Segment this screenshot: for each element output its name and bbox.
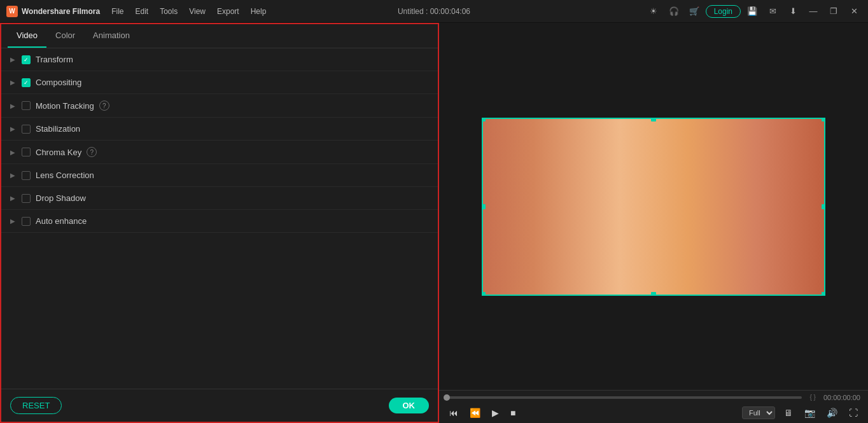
right-ctrl-icons: Full 1/2 1/4 🖥 📷 🔊 ⛶ xyxy=(742,405,860,420)
tab-video[interactable]: Video xyxy=(8,24,46,48)
label-chroma-key: Chroma Key xyxy=(36,148,81,157)
label-motion-tracking: Motion Tracking xyxy=(36,101,94,111)
handle-bottom-mid[interactable] xyxy=(651,292,656,296)
light-icon[interactable]: ☀ xyxy=(645,4,662,19)
play-button[interactable]: ▶ xyxy=(489,405,501,420)
app-name: Wondershare Filmora xyxy=(22,7,100,16)
prop-motion-tracking[interactable]: ▶ Motion Tracking ? xyxy=(1,94,438,118)
properties-panel: Video Color Animation ▶ Transform ▶ Comp… xyxy=(0,23,439,423)
logo-icon: W xyxy=(6,6,18,17)
prop-chroma-key[interactable]: ▶ Chroma Key ? xyxy=(1,141,438,164)
minimize-button[interactable]: — xyxy=(804,4,822,19)
label-drop-shadow: Drop Shadow xyxy=(36,193,86,203)
preview-area xyxy=(439,23,868,390)
prop-lens-correction[interactable]: ▶ Lens Correction xyxy=(1,164,438,187)
expand-arrow-motion-tracking: ▶ xyxy=(10,102,17,109)
expand-arrow-lens-correction: ▶ xyxy=(10,172,17,179)
tab-color[interactable]: Color xyxy=(46,24,84,48)
menu-view[interactable]: View xyxy=(184,4,211,18)
properties-list: ▶ Transform ▶ Compositing ▶ Motion Track… xyxy=(1,48,438,389)
reset-button[interactable]: RESET xyxy=(10,397,62,414)
help-icon-motion-tracking[interactable]: ? xyxy=(99,101,109,111)
preview-image xyxy=(483,119,824,295)
handle-top-right[interactable] xyxy=(822,118,825,121)
property-tabs: Video Color Animation xyxy=(1,24,438,48)
prop-transform[interactable]: ▶ Transform xyxy=(1,48,438,71)
checkbox-transform[interactable] xyxy=(22,55,31,64)
headphone-icon[interactable]: 🎧 xyxy=(665,4,683,19)
prop-auto-enhance[interactable]: ▶ Auto enhance xyxy=(1,210,438,233)
label-stabilization: Stabilization xyxy=(36,124,80,134)
menu-file[interactable]: File xyxy=(106,4,129,18)
volume-icon[interactable]: 🔊 xyxy=(824,405,840,420)
cart-icon[interactable]: 🛒 xyxy=(685,4,703,19)
controls-row: ⏮ ⏪ ▶ ■ Full 1/2 1/4 🖥 📷 🔊 ⛶ xyxy=(439,405,868,420)
label-transform: Transform xyxy=(36,55,73,64)
checkbox-drop-shadow[interactable] xyxy=(22,194,31,203)
window-title: Untitled : 00:00:04:06 xyxy=(398,7,470,16)
close-button[interactable]: ✕ xyxy=(845,4,863,19)
mail-icon[interactable]: ✉ xyxy=(764,4,781,19)
time-display: 00:00:00:00 xyxy=(823,394,860,401)
save-icon[interactable]: 💾 xyxy=(743,4,761,19)
handle-mid-right[interactable] xyxy=(822,204,825,209)
screen-icon[interactable]: 🖥 xyxy=(781,405,795,420)
expand-arrow-compositing: ▶ xyxy=(10,79,17,86)
menu-edit[interactable]: Edit xyxy=(130,4,153,18)
expand-arrow-transform: ▶ xyxy=(10,56,17,63)
ok-button[interactable]: OK xyxy=(389,398,430,413)
expand-arrow-auto-enhance: ▶ xyxy=(10,218,17,225)
window-controls: ☀ 🎧 🛒 Login 💾 ✉ ⬇ — ❐ ✕ xyxy=(645,4,868,19)
checkbox-stabilization[interactable] xyxy=(22,125,31,134)
left-ctrl-icons: ⏮ ⏪ ▶ ■ xyxy=(447,405,518,420)
step-back-button[interactable]: ⏮ xyxy=(447,405,461,420)
quality-select[interactable]: Full 1/2 1/4 xyxy=(742,406,775,419)
download-icon[interactable]: ⬇ xyxy=(784,4,802,19)
maximize-button[interactable]: ❐ xyxy=(825,4,843,19)
checkbox-compositing[interactable] xyxy=(22,78,31,87)
playback-controls: { } 00:00:00:00 ⏮ ⏪ ▶ ■ Full 1/2 1/4 🖥 xyxy=(439,390,868,423)
preview-canvas xyxy=(482,118,825,296)
expand-arrow-stabilization: ▶ xyxy=(10,125,17,132)
login-button[interactable]: Login xyxy=(706,5,741,18)
progress-bar: { } 00:00:00:00 xyxy=(439,394,868,401)
label-auto-enhance: Auto enhance xyxy=(36,216,87,226)
tab-animation[interactable]: Animation xyxy=(84,24,139,48)
menu-export[interactable]: Export xyxy=(212,4,244,18)
checkbox-chroma-key[interactable] xyxy=(22,148,31,156)
stop-button[interactable]: ■ xyxy=(508,405,518,420)
help-icon-chroma-key[interactable]: ? xyxy=(87,147,97,157)
camera-icon[interactable]: 📷 xyxy=(802,405,818,420)
brace-left: { } xyxy=(807,394,818,401)
app-logo: W Wondershare Filmora xyxy=(0,6,106,17)
handle-bottom-right[interactable] xyxy=(822,292,825,296)
titlebar: W Wondershare Filmora File Edit Tools Vi… xyxy=(0,0,868,23)
prop-compositing[interactable]: ▶ Compositing xyxy=(1,71,438,94)
label-lens-correction: Lens Correction xyxy=(36,170,94,180)
expand-arrow-chroma-key: ▶ xyxy=(10,149,17,156)
prop-stabilization[interactable]: ▶ Stabilization xyxy=(1,118,438,141)
menu-tools[interactable]: Tools xyxy=(155,4,183,18)
checkbox-auto-enhance[interactable] xyxy=(22,217,31,226)
fullscreen-icon[interactable]: ⛶ xyxy=(846,405,860,420)
preview-panel: { } 00:00:00:00 ⏮ ⏪ ▶ ■ Full 1/2 1/4 🖥 xyxy=(439,23,868,423)
handle-mid-left[interactable] xyxy=(482,204,486,209)
panel-footer: RESET OK xyxy=(1,389,438,422)
handle-bottom-left[interactable] xyxy=(482,292,486,296)
progress-track[interactable] xyxy=(447,396,802,399)
checkbox-motion-tracking[interactable] xyxy=(22,101,31,110)
handle-top-mid[interactable] xyxy=(651,118,656,121)
menu-help[interactable]: Help xyxy=(246,4,272,18)
main-area: Video Color Animation ▶ Transform ▶ Comp… xyxy=(0,23,868,423)
expand-arrow-drop-shadow: ▶ xyxy=(10,195,17,202)
prop-drop-shadow[interactable]: ▶ Drop Shadow xyxy=(1,187,438,210)
handle-top-left[interactable] xyxy=(482,118,486,121)
label-compositing: Compositing xyxy=(36,78,81,87)
play-back-button[interactable]: ⏪ xyxy=(467,405,483,420)
checkbox-lens-correction[interactable] xyxy=(22,171,31,180)
menu-bar: File Edit Tools View Export Help xyxy=(106,4,271,18)
progress-thumb[interactable] xyxy=(444,394,450,401)
